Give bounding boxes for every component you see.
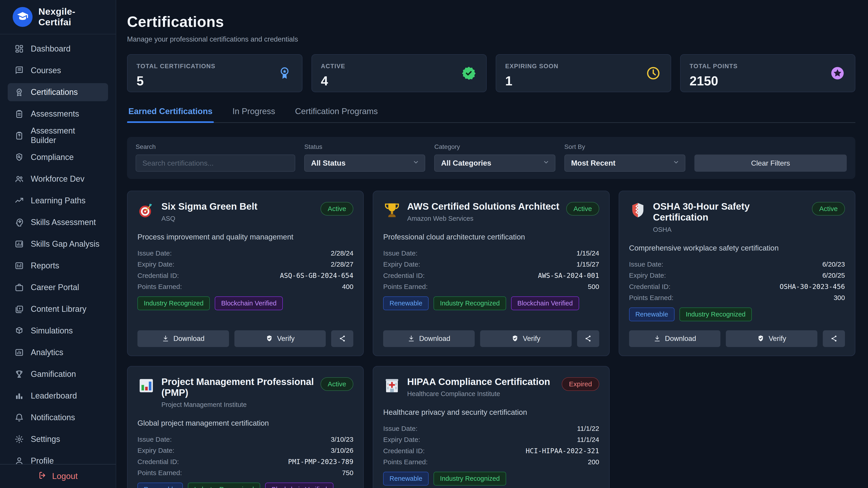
tag-renewable: Renewable	[629, 307, 675, 321]
points-earned-label: Points Earned:	[137, 283, 182, 291]
sidebar-item-learning-paths[interactable]: Learning Paths	[8, 192, 108, 210]
tag-industry-recognized: Industry Recognized	[137, 296, 210, 310]
skills-assessment-icon	[14, 218, 24, 227]
app-logo	[13, 7, 33, 27]
sidebar-item-career-portal[interactable]: Career Portal	[8, 278, 108, 296]
settings-icon	[14, 434, 24, 444]
cert-details: Issue Date: 2/28/24 Expiry Date: 2/28/27…	[137, 250, 353, 291]
tab-earned-certifications[interactable]: Earned Certifications	[127, 107, 214, 122]
stat-label: TOTAL POINTS	[690, 63, 846, 70]
share-button[interactable]	[331, 330, 353, 347]
sidebar-item-label: Simulations	[31, 326, 73, 335]
sidebar-item-courses[interactable]: Courses	[8, 61, 108, 79]
status-select[interactable]: All Status	[304, 155, 425, 172]
share-button[interactable]	[823, 330, 845, 347]
points-earned-label: Points Earned:	[137, 469, 182, 477]
cert-tags: Industry RecognizedBlockchain Verified	[137, 296, 353, 310]
download-icon	[408, 335, 415, 342]
sidebar-item-label: Learning Paths	[31, 196, 86, 205]
cert-tags: RenewableIndustry RecognizedBlockchain V…	[383, 296, 599, 310]
status-select-value: All Status	[311, 159, 345, 167]
sort-select-value: Most Recent	[571, 159, 616, 167]
download-icon	[162, 335, 169, 342]
issue-date-row: Issue Date: 6/20/23	[629, 260, 845, 268]
certifications-grid: Six Sigma Green Belt ASQ Active Process …	[127, 191, 855, 488]
cert-description: Comprehensive workplace safety certifica…	[629, 244, 845, 252]
app-title: Nexgile-Certifai	[38, 6, 104, 28]
verify-button-label: Verify	[277, 335, 295, 343]
certification-card: Six Sigma Green Belt ASQ Active Process …	[127, 191, 364, 356]
sidebar-item-reports[interactable]: Reports	[8, 257, 108, 275]
sidebar-item-leaderboard[interactable]: Leaderboard	[8, 387, 108, 405]
sidebar-item-content-library[interactable]: Content Library	[8, 300, 108, 318]
expiry-date-value: 6/20/25	[822, 271, 845, 279]
tag-blockchain-verified: Blockchain Verified	[215, 296, 283, 310]
compliance-icon	[14, 153, 24, 162]
sidebar-item-settings[interactable]: Settings	[8, 430, 108, 448]
stat-card-expiring-soon: EXPIRING SOON 1	[496, 54, 671, 92]
sidebar-item-label: Gamification	[31, 369, 76, 379]
download-button[interactable]: Download	[383, 330, 475, 347]
cert-titles: Six Sigma Green Belt ASQ	[161, 201, 314, 222]
expiry-date-value: 3/10/26	[331, 447, 353, 454]
sidebar-item-workforce-dev[interactable]: Workforce Dev	[8, 170, 108, 188]
assessments-icon	[14, 109, 24, 119]
category-label: Category	[434, 143, 555, 151]
sidebar-item-label: Assessment Builder	[31, 126, 101, 145]
verify-button[interactable]: Verify	[726, 330, 817, 347]
clear-filters-button[interactable]: Clear Filters	[694, 155, 847, 172]
points-earned-value: 300	[834, 294, 845, 302]
sidebar-item-analytics[interactable]: Analytics	[8, 344, 108, 361]
verify-button[interactable]: Verify	[235, 330, 326, 347]
logout-label: Logout	[52, 471, 78, 481]
share-button[interactable]	[577, 330, 599, 347]
award-icon	[277, 66, 292, 80]
cert-description: Global project management certification	[137, 419, 353, 427]
sidebar-item-assessments[interactable]: Assessments	[8, 105, 108, 123]
tabs: Earned CertificationsIn ProgressCertific…	[127, 107, 855, 123]
tag-renewable: Renewable	[137, 483, 183, 488]
tab-in-progress[interactable]: In Progress	[231, 107, 276, 122]
sidebar-item-notifications[interactable]: Notifications	[8, 409, 108, 427]
sidebar-item-compliance[interactable]: Compliance	[8, 148, 108, 166]
expiry-date-label: Expiry Date:	[137, 260, 174, 268]
sidebar-item-simulations[interactable]: Simulations	[8, 322, 108, 340]
tag-industry-recognized: Industry Recognized	[434, 296, 506, 310]
issue-date-label: Issue Date:	[383, 250, 417, 257]
logout-icon	[38, 471, 47, 482]
tab-certification-programs[interactable]: Certification Programs	[293, 107, 379, 122]
sidebar-item-gamification[interactable]: Gamification	[8, 365, 108, 383]
points-earned-row: Points Earned: 300	[629, 294, 845, 302]
cert-tags: RenewableIndustry RecognizedBlockchain V…	[137, 483, 353, 488]
sidebar-item-assessment-builder[interactable]: Assessment Builder	[8, 127, 108, 144]
logout-button[interactable]: Logout	[38, 471, 78, 482]
sidebar-item-certifications[interactable]: Certifications	[8, 83, 108, 101]
learning-paths-icon	[14, 196, 24, 205]
issue-date-row: Issue Date: 11/1/22	[383, 425, 599, 432]
category-select[interactable]: All Categories	[434, 155, 555, 172]
download-button[interactable]: Download	[137, 330, 229, 347]
tag-renewable: Renewable	[383, 296, 429, 310]
download-button[interactable]: Download	[629, 330, 721, 347]
career-icon	[14, 283, 24, 292]
stat-card-total-certifications: TOTAL CERTIFICATIONS 5	[127, 54, 303, 92]
cert-header: Six Sigma Green Belt ASQ Active	[137, 201, 353, 222]
points-earned-value: 500	[588, 283, 599, 291]
sidebar-item-skills-assessment[interactable]: Skills Assessment	[8, 213, 108, 231]
sidebar-item-label: Compliance	[31, 153, 74, 162]
badge-check-icon	[461, 66, 476, 80]
cert-issuer: Amazon Web Services	[407, 215, 560, 222]
issue-date-value: 3/10/23	[331, 435, 353, 443]
expiry-date-value: 11/1/24	[577, 436, 599, 444]
credential-id-row: Credential ID: AWS-SA-2024-001	[383, 271, 599, 280]
verify-button[interactable]: Verify	[480, 330, 572, 347]
sort-select[interactable]: Most Recent	[564, 155, 685, 172]
cert-title: HIPAA Compliance Certification	[407, 377, 555, 387]
status-badge: Active	[812, 202, 845, 216]
certification-card: Project Management Professional (PMP) Pr…	[127, 366, 364, 488]
search-input[interactable]	[135, 155, 295, 172]
sidebar-item-profile[interactable]: Profile	[8, 452, 108, 464]
sidebar-item-dashboard[interactable]: Dashboard	[8, 40, 108, 58]
sidebar-item-skills-gap-analysis[interactable]: Skills Gap Analysis	[8, 235, 108, 253]
points-earned-row: Points Earned: 750	[137, 469, 353, 477]
